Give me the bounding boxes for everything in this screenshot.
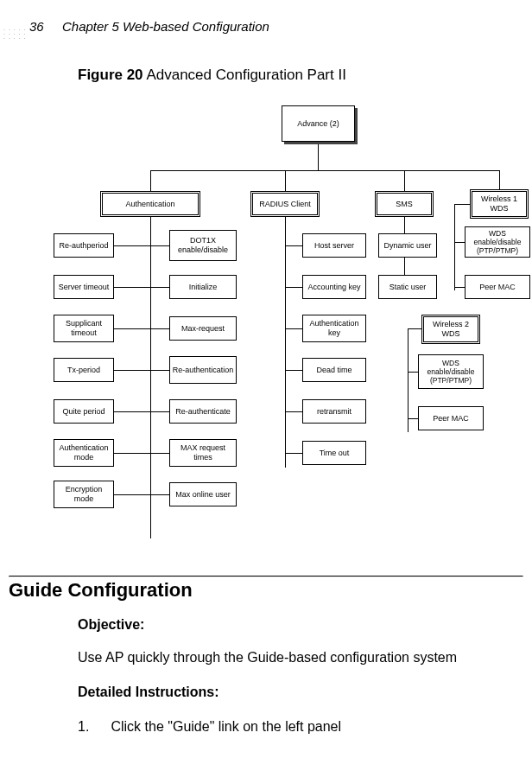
label: retransmit [317, 407, 352, 417]
label: Static user [390, 283, 427, 292]
connector [454, 242, 465, 243]
sms-label: SMS [396, 200, 413, 209]
label: WDS enable/disable (PTP/PTMP) [467, 229, 528, 256]
radius-label: RADIUS Client [259, 200, 311, 209]
figure-caption: Figure 20 Advanced Configuration Part II [78, 67, 346, 84]
connector [285, 453, 302, 454]
label: Max online user [175, 490, 231, 500]
label: Quite period [62, 407, 104, 417]
page-number: 36 [29, 19, 44, 34]
auth-right-item: Re-authentication [169, 356, 237, 384]
connector [150, 170, 499, 171]
radius-item: Host server [302, 233, 366, 258]
chapter-header: Chapter 5 Web-based Configuration [62, 19, 269, 34]
auth-left-item: Supplicant timeout [54, 315, 114, 342]
figure-label: Figure 20 [78, 67, 143, 83]
wds1-label: Wireless 1 WDS [474, 194, 524, 213]
radius-item: Authentication key [302, 315, 366, 342]
connector [408, 418, 418, 419]
wds2-item: Peer MAC [418, 406, 484, 430]
step-text: Click the "Guide" link on the left panel [111, 719, 341, 734]
auth-right-item: Re-authenticate [169, 399, 237, 424]
page: 36 Chapter 5 Web-based Configuration Fig… [0, 0, 532, 758]
label: Time out [320, 449, 350, 458]
label: Accounting key [307, 283, 360, 292]
auth-right-item: MAX request times [169, 439, 237, 467]
wds2-label: Wireless 2 WDS [426, 320, 476, 339]
label: Authentication key [305, 319, 364, 338]
label: Re-authperiod [59, 241, 108, 251]
connector [454, 287, 465, 288]
connector [408, 372, 418, 373]
radius-item: Dead time [302, 358, 366, 382]
wds1-node: Wireless 1 WDS [470, 189, 529, 219]
figure-title: Advanced Configuration Part II [146, 67, 346, 83]
auth-left-item: Authentication mode [54, 439, 114, 467]
step-number: 1. [78, 719, 107, 735]
connector [318, 144, 319, 170]
authentication-label: Authentication [125, 200, 174, 209]
auth-right-item: Max-request [169, 316, 237, 341]
instructions-heading: Detailed Instructions: [78, 685, 219, 700]
label: Re-authentication [173, 366, 234, 375]
objective-text: Use AP quickly through the Guide-based c… [78, 650, 457, 666]
root-node: Advance (2) [282, 105, 355, 142]
label: Peer MAC [479, 283, 516, 292]
auth-left-item: Encryption mode [54, 481, 114, 508]
root-label: Advance (2) [297, 119, 339, 129]
auth-left-item: Tx-period [54, 358, 114, 382]
label: MAX request times [172, 443, 234, 462]
sms-node: SMS [375, 191, 434, 217]
auth-left-item: Server timeout [54, 275, 114, 299]
label: Encryption mode [56, 485, 111, 504]
connector [404, 170, 405, 191]
connector [285, 287, 302, 288]
connector [150, 217, 151, 538]
connector [408, 328, 421, 329]
label: Re-authenticate [175, 407, 231, 417]
auth-left-item: Quite period [54, 399, 114, 424]
radius-item: retransmit [302, 399, 366, 424]
connector [150, 170, 151, 191]
sms-item: Static user [378, 275, 437, 299]
wds2-item: WDS enable/disable (PTP/PTMP) [418, 354, 484, 389]
connector [285, 217, 286, 468]
connector [499, 170, 500, 191]
wds1-item: Peer MAC [465, 275, 530, 299]
radius-node: RADIUS Client [250, 191, 320, 217]
sms-item: Dynamic user [378, 233, 437, 258]
label: Host server [314, 241, 354, 251]
connector [285, 328, 302, 329]
label: Server timeout [59, 283, 110, 292]
connector [454, 204, 455, 290]
section-title: Guide Configuration [9, 579, 193, 602]
step-1: 1. Click the "Guide" link on the left pa… [78, 719, 341, 735]
radius-item: Time out [302, 441, 366, 465]
connector [285, 411, 302, 412]
connector [454, 204, 470, 205]
label: Peer MAC [433, 414, 469, 424]
connector [285, 370, 302, 371]
authentication-node: Authentication [100, 191, 200, 217]
section-rule [9, 576, 523, 577]
connector [408, 328, 408, 432]
label: Supplicant timeout [56, 319, 111, 338]
auth-left-item: Re-authperiod [54, 233, 114, 258]
auth-right-item: DOT1X enable/disable [169, 230, 237, 261]
label: Authentication mode [56, 443, 111, 462]
label: Max-request [181, 324, 225, 334]
objective-heading: Objective: [78, 617, 144, 633]
label: Dynamic user [383, 241, 431, 251]
radius-item: Accounting key [302, 275, 366, 299]
wds1-item: WDS enable/disable (PTP/PTMP) [465, 226, 530, 258]
label: WDS enable/disable (PTP/PTMP) [421, 359, 481, 385]
wds2-node: Wireless 2 WDS [421, 315, 480, 344]
connector [285, 245, 302, 246]
label: DOT1X enable/disable [172, 236, 234, 255]
diagram: Advance (2) Authentication Re-authperiod… [50, 93, 521, 560]
label: Tx-period [67, 366, 100, 375]
auth-right-item: Initialize [169, 275, 237, 299]
label: Initialize [189, 283, 218, 292]
label: Dead time [316, 366, 352, 375]
auth-right-item: Max online user [169, 482, 237, 506]
